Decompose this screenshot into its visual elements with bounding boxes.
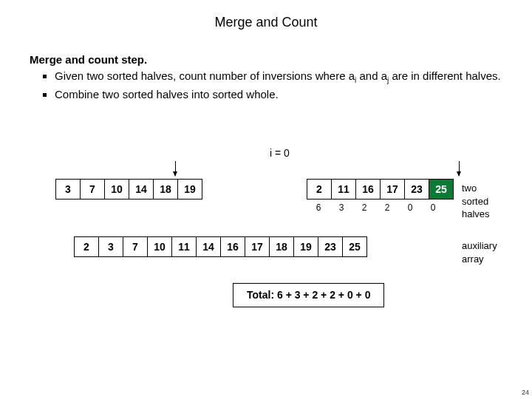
- bullet-1-pre: Given two sorted halves, count number of…: [55, 69, 355, 82]
- bullet-2: Combine two sorted halves into sorted wh…: [43, 87, 502, 102]
- count-value: 2: [352, 202, 376, 214]
- array-cell: 17: [380, 179, 405, 200]
- arrow-down-left-icon: [175, 161, 176, 176]
- slide-title: Merge and Count: [0, 0, 532, 30]
- array-cell: 11: [171, 236, 197, 257]
- array-cell: 10: [147, 236, 172, 257]
- bullet-1-post: are in different halves.: [389, 69, 500, 82]
- body-text: Merge and count step. Given two sorted h…: [0, 30, 532, 338]
- right-half-array: 21116172325: [307, 179, 454, 200]
- count-value: 0: [421, 202, 445, 214]
- step-header: Merge and count step.: [30, 52, 502, 67]
- arrow-down-right-icon: [459, 161, 460, 176]
- array-cell: 7: [80, 179, 105, 200]
- array-cell: 14: [196, 236, 221, 257]
- bullet-1: Given two sorted halves, count number of…: [43, 69, 502, 86]
- label-two-sorted-halves: two sorted halves: [462, 182, 502, 221]
- i-equals-label: i = 0: [270, 146, 290, 160]
- array-cell: 16: [220, 236, 245, 257]
- count-value: 0: [398, 202, 422, 214]
- inversion-counts: 632200: [307, 202, 445, 214]
- array-cell: 25: [342, 236, 367, 257]
- array-cell: 2: [307, 179, 332, 200]
- count-value: 6: [307, 202, 330, 214]
- array-cell: 18: [269, 236, 294, 257]
- page-number: 24: [522, 389, 529, 396]
- array-cell: 19: [177, 179, 202, 200]
- array-cell: 3: [55, 179, 81, 200]
- count-value: 3: [330, 202, 353, 214]
- array-cell: 16: [355, 179, 381, 200]
- array-cell: 7: [123, 236, 148, 257]
- array-cell: 11: [331, 179, 356, 200]
- array-cell: 10: [104, 179, 129, 200]
- bullet-1-mid: and a: [356, 69, 387, 82]
- auxiliary-array: 237101114161718192325: [74, 236, 367, 257]
- label-auxiliary-array: auxiliary array: [462, 239, 502, 265]
- count-value: 2: [375, 202, 399, 214]
- bullet-list: Given two sorted halves, count number of…: [43, 69, 502, 102]
- array-cell: 25: [429, 179, 454, 200]
- array-cell: 3: [98, 236, 123, 257]
- array-cell: 2: [74, 236, 99, 257]
- left-half-array: 3710141819: [55, 179, 202, 200]
- array-cell: 23: [404, 179, 429, 200]
- array-cell: 19: [293, 236, 318, 257]
- array-cell: 23: [318, 236, 343, 257]
- total-box: Total: 6 + 3 + 2 + 2 + 0 + 0: [233, 283, 384, 307]
- arrays-stage: i = 0 3710141819 21116172325 632200 2371…: [30, 146, 502, 338]
- array-cell: 17: [245, 236, 270, 257]
- array-cell: 18: [153, 179, 178, 200]
- array-cell: 14: [129, 179, 154, 200]
